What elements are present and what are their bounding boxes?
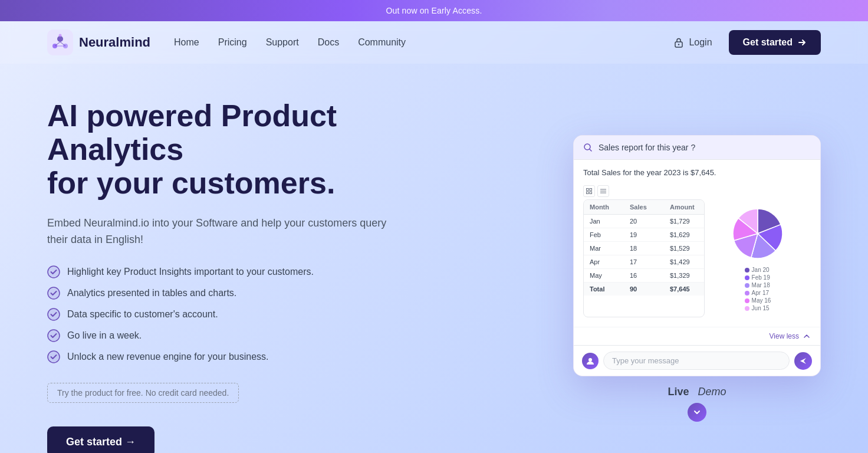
legend-label: May 16 — [752, 297, 771, 304]
legend-label: Apr 17 — [752, 290, 769, 296]
table-cell: $1,729 — [664, 215, 704, 228]
demo-table-body: Jan20$1,729Feb19$1,629Mar18$1,529Apr17$1… — [584, 215, 704, 296]
table-row: Total90$7,645 — [584, 283, 704, 296]
live-demo-label: Live Demo — [668, 386, 726, 398]
svg-point-29 — [588, 358, 592, 362]
feature-item-5: Unlock a new revenue engine for your bus… — [47, 350, 389, 364]
nav-item-docs[interactable]: Docs — [318, 37, 339, 48]
table-cell: $1,529 — [664, 242, 704, 255]
hero-cta-button[interactable]: Get started → — [47, 426, 154, 453]
navbar-get-started-button[interactable]: Get started — [729, 30, 821, 55]
navbar-left: Neuralmind Home Pricing Support Docs Com… — [47, 29, 406, 55]
table-cell: 16 — [624, 269, 664, 282]
legend-dot — [745, 306, 749, 311]
svg-point-10 — [678, 44, 679, 45]
table-cell: Jan — [584, 215, 624, 228]
table-cell: Apr — [584, 255, 624, 268]
svg-rect-22 — [587, 189, 589, 191]
pie-chart — [728, 204, 787, 263]
check-icon-3 — [47, 308, 60, 321]
svg-rect-0 — [47, 29, 73, 55]
view-less-row[interactable]: View less — [574, 327, 820, 345]
demo-card: Sales report for this year ? Total Sales… — [573, 135, 821, 376]
table-cell: $7,645 — [664, 283, 704, 296]
table-cell: 90 — [624, 283, 664, 296]
svg-rect-25 — [590, 192, 592, 194]
live-text: Live — [668, 386, 689, 398]
demo-table-header: Month Sales Amount — [584, 200, 704, 215]
table-cell: 20 — [624, 215, 664, 228]
demo-table-area: Month Sales Amount Jan20$1,729Feb19$1,62… — [574, 199, 820, 327]
table-cell: 19 — [624, 228, 664, 241]
demo-result-header: Total Sales for the year 2023 is $7,645. — [574, 160, 820, 182]
logo-link[interactable]: Neuralmind — [47, 29, 150, 55]
demo-query-bar: Sales report for this year ? — [574, 136, 820, 160]
navbar-get-started-label: Get started — [743, 37, 793, 48]
view-less-label: View less — [770, 332, 799, 340]
login-label: Login — [689, 37, 712, 48]
login-button[interactable]: Login — [666, 32, 719, 52]
search-icon — [583, 143, 593, 152]
send-icon — [799, 357, 807, 365]
nav-link-support[interactable]: Support — [266, 37, 299, 47]
feature-item-1: Highlight key Product Insights important… — [47, 265, 389, 279]
table-row: Jan20$1,729 — [584, 215, 704, 228]
col-header-sales: Sales — [624, 200, 664, 214]
chart-legend: Jan 20Feb 19Mar 18Apr 17May 16Jun 15 — [745, 267, 771, 313]
pie-chart-svg — [728, 204, 787, 263]
scroll-down-button[interactable] — [688, 403, 706, 422]
check-icon-4 — [47, 329, 60, 342]
table-row: Mar18$1,529 — [584, 242, 704, 255]
table-cell: $1,629 — [664, 228, 704, 241]
feature-text-2: Analytics presented in tables and charts… — [67, 286, 236, 300]
legend-item: May 16 — [745, 297, 771, 304]
table-cell: 17 — [624, 255, 664, 268]
feature-item-3: Data specific to customer's account. — [47, 307, 389, 321]
nav-item-home[interactable]: Home — [174, 37, 199, 48]
demo-text: Demo — [698, 386, 726, 398]
hero-title-line2: for your customers. — [47, 166, 335, 200]
table-cell: Total — [584, 283, 624, 296]
logo-icon — [47, 29, 73, 55]
nav-links: Home Pricing Support Docs Community — [174, 37, 406, 48]
legend-item: Apr 17 — [745, 290, 771, 296]
table-row: Apr17$1,429 — [584, 255, 704, 269]
chat-avatar — [582, 353, 599, 369]
table-view-icon[interactable] — [583, 185, 595, 197]
nav-link-docs[interactable]: Docs — [318, 37, 339, 47]
table-cell: May — [584, 269, 624, 282]
legend-dot — [745, 291, 749, 296]
top-banner: Out now on Early Access. — [0, 0, 868, 21]
list-view-icon[interactable] — [597, 185, 609, 197]
nav-item-community[interactable]: Community — [358, 37, 406, 48]
nav-item-pricing[interactable]: Pricing — [218, 37, 247, 48]
feature-list: Highlight key Product Insights important… — [47, 265, 389, 364]
chat-input-area: Type your message — [574, 345, 820, 376]
feature-item-4: Go live in a week. — [47, 329, 389, 343]
feature-text-1: Highlight key Product Insights important… — [67, 265, 314, 279]
user-icon — [586, 357, 594, 365]
demo-query-text: Sales report for this year ? — [599, 143, 695, 152]
chat-input-placeholder[interactable]: Type your message — [603, 352, 790, 370]
nav-link-pricing[interactable]: Pricing — [218, 37, 247, 47]
svg-rect-24 — [587, 192, 589, 194]
table-cell: $1,429 — [664, 255, 704, 268]
chevron-down-icon — [692, 408, 702, 417]
hero-title: AI powered Product Analytics for your cu… — [47, 99, 389, 201]
legend-label: Mar 18 — [752, 282, 770, 288]
check-icon-1 — [47, 265, 60, 278]
navbar-right: Login Get started — [666, 30, 821, 55]
col-header-month: Month — [584, 200, 624, 214]
chat-send-button[interactable] — [794, 352, 812, 370]
logo-text: Neuralmind — [79, 35, 150, 50]
feature-text-5: Unlock a new revenue engine for your bus… — [67, 350, 269, 364]
nav-item-support[interactable]: Support — [266, 37, 299, 48]
demo-table-icons — [574, 182, 820, 199]
nav-link-community[interactable]: Community — [358, 37, 406, 47]
table-cell: Feb — [584, 228, 624, 241]
legend-item: Feb 19 — [745, 274, 771, 281]
feature-item-2: Analytics presented in tables and charts… — [47, 286, 389, 300]
col-header-amount: Amount — [664, 200, 704, 214]
legend-label: Jun 15 — [752, 305, 770, 311]
nav-link-home[interactable]: Home — [174, 37, 199, 47]
